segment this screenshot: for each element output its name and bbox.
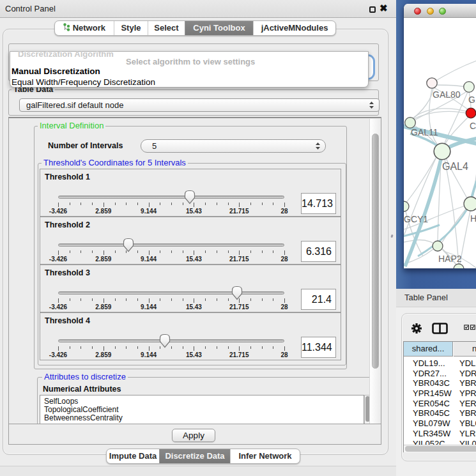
svg-text:GAL11: GAL11 <box>411 127 438 137</box>
svg-text:G.: G. <box>468 95 476 105</box>
svg-text:H: H <box>470 213 476 224</box>
svg-text:C: C <box>470 121 476 131</box>
svg-text:GAL80: GAL80 <box>433 89 461 100</box>
svg-text:GCY1: GCY1 <box>404 214 428 224</box>
svg-text:GAL4: GAL4 <box>442 161 468 172</box>
svg-text:HAP2: HAP2 <box>438 254 462 264</box>
